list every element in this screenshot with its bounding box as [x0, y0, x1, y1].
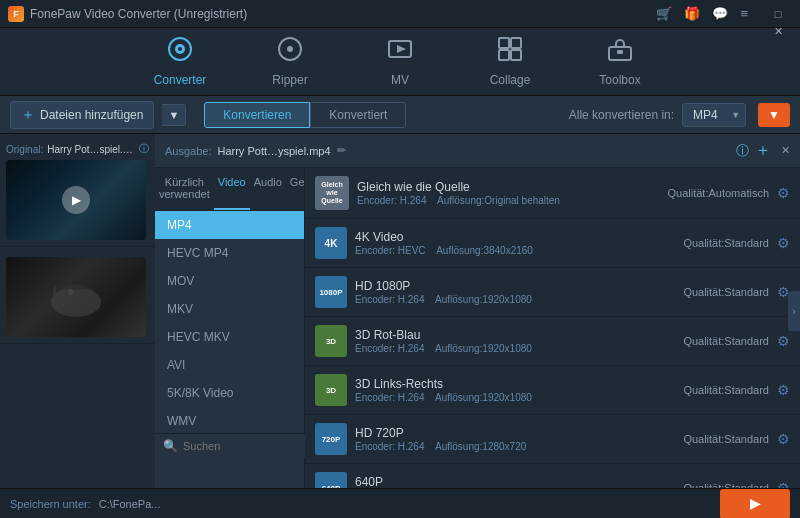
add-files-button[interactable]: ＋ Dateien hinzufügen — [10, 101, 154, 129]
edit-icon[interactable]: ✏ — [337, 144, 346, 157]
search-input[interactable] — [183, 440, 283, 452]
format-select[interactable]: MP4 MKV MOV AVI — [682, 103, 746, 127]
category-hevc-mp4[interactable]: HEVC MP4 — [155, 239, 304, 267]
original-label: Original: — [6, 144, 43, 155]
gear-icon-hd720[interactable]: ⚙ — [777, 431, 790, 447]
format-option-3d-lr[interactable]: 3D 3D Links-Rechts Encoder: H.264 Auflös… — [305, 366, 800, 415]
gear-icon-4k[interactable]: ⚙ — [777, 235, 790, 251]
option-same-details: Gleich wie die Quelle Encoder: H.264 Auf… — [357, 180, 660, 206]
format-option-4k[interactable]: 4K 4K Video Encoder: HEVC Auflösung:3840… — [305, 219, 800, 268]
ripper-icon — [276, 35, 304, 69]
converter-icon — [166, 35, 194, 69]
tab-device[interactable]: Gerät — [286, 168, 305, 210]
titlebar: F FonePaw Video Converter (Unregistriert… — [0, 0, 800, 28]
format-search: 🔍 — [155, 433, 305, 458]
gear-icon-3d-lr[interactable]: ⚙ — [777, 382, 790, 398]
mv-label: MV — [391, 73, 409, 87]
file-entry-ink[interactable] — [0, 251, 155, 344]
option-3d-lr-quality: Qualität:Standard — [683, 384, 769, 396]
close-panel-icon[interactable]: ✕ — [781, 144, 790, 157]
tab-ripper[interactable]: Ripper — [235, 27, 345, 95]
menu-icon[interactable]: ≡ — [740, 6, 748, 21]
option-hd1080-meta: Encoder: H.264 Auflösung:1920x1080 — [355, 294, 675, 305]
play-button[interactable]: ▶ — [62, 186, 90, 214]
info-circle-icon[interactable]: ⓘ — [736, 142, 749, 160]
badge-4k: 4K — [315, 227, 347, 259]
option-4k-meta: Encoder: HEVC Auflösung:3840x2160 — [355, 245, 675, 256]
info-icon[interactable]: ⓘ — [139, 142, 149, 156]
svg-rect-9 — [499, 50, 509, 60]
plus-icon: ＋ — [21, 106, 35, 124]
convert-button[interactable]: ▶ — [720, 489, 790, 519]
format-option-hd720[interactable]: 720P HD 720P Encoder: H.264 Auflösung:12… — [305, 415, 800, 464]
option-hd1080-details: HD 1080P Encoder: H.264 Auflösung:1920x1… — [355, 279, 675, 305]
option-3d-rb-meta: Encoder: H.264 Auflösung:1920x1080 — [355, 343, 675, 354]
option-same-quality: Qualität:Automatisch — [668, 187, 770, 199]
thumbnail-ink — [6, 257, 146, 337]
svg-rect-8 — [511, 38, 521, 48]
option-same-encoder: H.264 — [400, 195, 427, 206]
category-mp4[interactable]: MP4 — [155, 211, 304, 239]
original-value: Harry Pot…spiel.mp4 — [47, 144, 135, 155]
option-3d-rb-quality: Qualität:Standard — [683, 335, 769, 347]
category-hevc-mkv[interactable]: HEVC MKV — [155, 323, 304, 351]
tab-mv[interactable]: MV — [345, 27, 455, 95]
format-option-hd1080[interactable]: 1080P HD 1080P Encoder: H.264 Auflösung:… — [305, 268, 800, 317]
option-3d-rb-name: 3D Rot-Blau — [355, 328, 675, 342]
tab-collage[interactable]: Collage — [455, 27, 565, 95]
option-4k-details: 4K Video Encoder: HEVC Auflösung:3840x21… — [355, 230, 675, 256]
res-label: Auflösung: — [437, 195, 484, 206]
svg-point-14 — [68, 289, 74, 295]
tab-converter[interactable]: Converter — [125, 27, 235, 95]
maximize-button[interactable]: □ — [764, 5, 792, 23]
category-mkv[interactable]: MKV — [155, 295, 304, 323]
tab-video[interactable]: Video — [214, 168, 250, 210]
output-value: Harry Pott…yspiel.mp4 — [217, 145, 330, 157]
format-option-640[interactable]: 640P 640P Encoder: H.264 Auflösung:960x6… — [305, 464, 800, 488]
titlebar-controls: ─ □ ✕ — [764, 0, 792, 41]
format-panel-header-right: ⓘ ＋ ✕ — [736, 140, 790, 161]
gear-icon-same[interactable]: ⚙ — [777, 185, 790, 201]
category-5k8k[interactable]: 5K/8K Video — [155, 379, 304, 407]
option-4k-quality: Qualität:Standard — [683, 237, 769, 249]
gift-icon[interactable]: 🎁 — [684, 6, 700, 21]
svg-point-2 — [178, 47, 182, 51]
option-3d-lr-meta: Encoder: H.264 Auflösung:1920x1080 — [355, 392, 675, 403]
category-avi[interactable]: AVI — [155, 351, 304, 379]
badge-hd1080: 1080P — [315, 276, 347, 308]
collapse-panel-button[interactable]: › — [788, 291, 800, 331]
category-mov[interactable]: MOV — [155, 267, 304, 295]
output-info: Ausgabe: Harry Pott…yspiel.mp4 ✏ — [165, 144, 346, 157]
konvertieren-tab[interactable]: Konvertieren — [204, 102, 310, 128]
converter-label: Converter — [154, 73, 207, 87]
option-3d-lr-name: 3D Links-Rechts — [355, 377, 675, 391]
file-entry-harry[interactable]: Original: Harry Pot…spiel.mp4 ⓘ ▶ — [0, 134, 155, 247]
tab-recent[interactable]: Kürzlich verwendet — [155, 168, 214, 210]
format-option-same[interactable]: GleichwieQuelle Gleich wie die Quelle En… — [305, 168, 800, 219]
file-list: Original: Harry Pot…spiel.mp4 ⓘ ▶ — [0, 134, 155, 488]
close-button[interactable]: ✕ — [764, 23, 792, 41]
add-format-icon[interactable]: ＋ — [755, 140, 771, 161]
option-3d-lr-details: 3D Links-Rechts Encoder: H.264 Auflösung… — [355, 377, 675, 403]
konvertiert-tab[interactable]: Konvertiert — [310, 102, 406, 128]
gear-icon-3d-rb[interactable]: ⚙ — [777, 333, 790, 349]
tab-toolbox[interactable]: Toolbox — [565, 27, 675, 95]
category-wmv[interactable]: WMV — [155, 407, 304, 435]
cart-icon[interactable]: 🛒 — [656, 6, 672, 21]
add-files-dropdown-button[interactable]: ▼ — [162, 104, 186, 126]
titlebar-left: F FonePaw Video Converter (Unregistriert… — [8, 6, 247, 22]
convert-tab-group: Konvertieren Konvertiert — [204, 102, 406, 128]
chat-icon[interactable]: 💬 — [712, 6, 728, 21]
thumbnail-harry: ▶ — [6, 160, 146, 240]
statusbar: Speichern unter: C:\FonePa... ▶ — [0, 488, 800, 518]
badge-hd720: 720P — [315, 423, 347, 455]
format-option-3d-rb[interactable]: 3D 3D Rot-Blau Encoder: H.264 Auflösung:… — [305, 317, 800, 366]
option-hd1080-quality: Qualität:Standard — [683, 286, 769, 298]
tab-audio[interactable]: Audio — [250, 168, 286, 210]
toolbar: ＋ Dateien hinzufügen ▼ Konvertieren Konv… — [0, 96, 800, 134]
option-hd720-quality: Qualität:Standard — [683, 433, 769, 445]
format-dropdown-button[interactable]: ▼ — [758, 103, 790, 127]
gear-icon-640[interactable]: ⚙ — [777, 480, 790, 488]
svg-marker-6 — [397, 45, 406, 53]
option-3d-rb-details: 3D Rot-Blau Encoder: H.264 Auflösung:192… — [355, 328, 675, 354]
